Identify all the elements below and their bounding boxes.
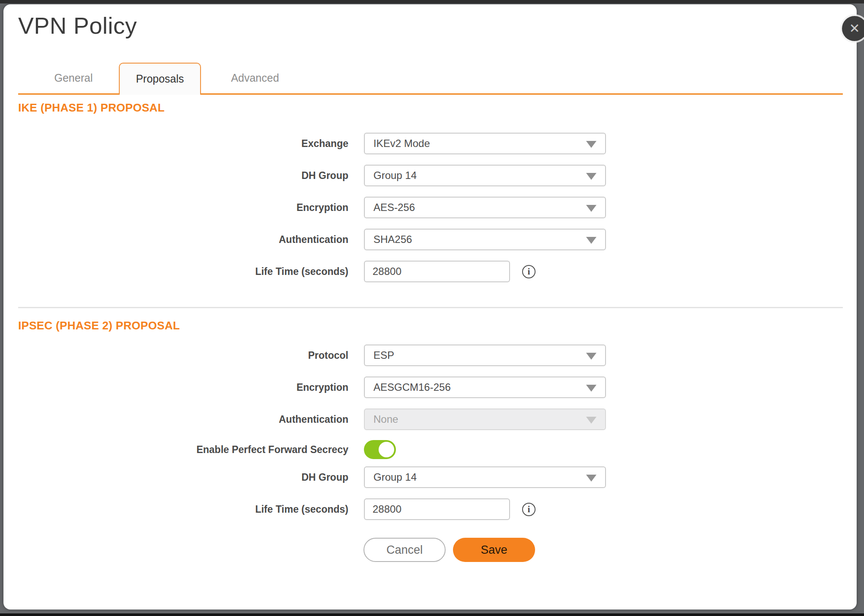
chevron-down-icon — [586, 237, 596, 244]
encryption-select-phase2[interactable]: AESGCM16-256 — [364, 377, 606, 398]
authentication-value: None — [373, 413, 398, 425]
dh-group-label: DH Group — [3, 170, 348, 182]
tab-proposals[interactable]: Proposals — [119, 63, 201, 95]
encryption-label: Encryption — [3, 382, 348, 393]
dh-group-select-phase2[interactable]: Group 14 — [364, 466, 606, 488]
authentication-select-phase2-disabled: None — [364, 409, 606, 430]
dh-group-value: Group 14 — [373, 169, 417, 182]
chevron-down-icon — [586, 353, 596, 360]
life-time-input-phase1[interactable] — [364, 261, 510, 282]
dh-group-select-phase1[interactable]: Group 14 — [364, 165, 606, 186]
authentication-select-phase1[interactable]: SHA256 — [364, 229, 606, 250]
window-frame-bottom — [0, 613, 864, 616]
life-time-label: Life Time (seconds) — [3, 504, 348, 515]
pfs-row: Enable Perfect Forward Secrecy — [3, 440, 857, 459]
pfs-toggle[interactable] — [364, 440, 396, 459]
encryption-row-phase2: Encryption AESGCM16-256 — [3, 377, 857, 398]
chevron-down-icon — [586, 141, 596, 148]
toggle-knob — [379, 442, 394, 457]
pfs-label: Enable Perfect Forward Secrecy — [3, 444, 348, 456]
section-divider — [18, 307, 843, 308]
chevron-down-icon — [586, 475, 596, 482]
life-time-row-phase2: Life Time (seconds) i — [3, 498, 857, 520]
close-button[interactable]: ✕ — [842, 16, 864, 41]
life-time-label: Life Time (seconds) — [3, 266, 348, 278]
exchange-select[interactable]: IKEv2 Mode — [364, 133, 606, 154]
life-time-row-phase1: Life Time (seconds) i — [3, 261, 857, 282]
encryption-row-phase1: Encryption AES-256 — [3, 197, 857, 218]
authentication-row-phase2: Authentication None — [3, 409, 857, 430]
dh-group-row-phase1: DH Group Group 14 — [3, 165, 857, 186]
protocol-label: Protocol — [3, 350, 348, 361]
dh-group-value: Group 14 — [373, 471, 417, 483]
life-time-input-phase2[interactable] — [364, 498, 510, 520]
authentication-row-phase1: Authentication SHA256 — [3, 229, 857, 250]
exchange-value: IKEv2 Mode — [373, 137, 430, 150]
tab-advanced[interactable]: Advanced — [220, 63, 290, 95]
authentication-label: Authentication — [3, 414, 348, 425]
encryption-value: AESGCM16-256 — [373, 381, 451, 393]
protocol-select[interactable]: ESP — [364, 345, 606, 366]
close-icon: ✕ — [849, 22, 860, 35]
chevron-down-icon — [586, 205, 596, 212]
ike-phase1-heading: IKE (PHASE 1) PROPOSAL — [18, 101, 165, 115]
cancel-button[interactable]: Cancel — [363, 538, 446, 562]
protocol-row: Protocol ESP — [3, 345, 857, 366]
vpn-policy-dialog: ✕ VPN Policy General Proposals Advanced … — [3, 4, 857, 610]
info-icon[interactable]: i — [522, 265, 536, 278]
chevron-down-icon — [586, 417, 596, 424]
encryption-label: Encryption — [3, 202, 348, 214]
chevron-down-icon — [586, 173, 596, 180]
window-frame-top — [0, 0, 864, 3]
authentication-value: SHA256 — [373, 233, 412, 246]
tab-general[interactable]: General — [41, 63, 106, 95]
dh-group-row-phase2: DH Group Group 14 — [3, 466, 857, 488]
save-button[interactable]: Save — [453, 538, 535, 562]
exchange-label: Exchange — [3, 138, 348, 150]
encryption-value: AES-256 — [373, 201, 415, 214]
protocol-value: ESP — [373, 349, 394, 361]
chevron-down-icon — [586, 385, 596, 392]
encryption-select-phase1[interactable]: AES-256 — [364, 197, 606, 218]
authentication-label: Authentication — [3, 234, 348, 246]
info-icon[interactable]: i — [522, 503, 536, 516]
dialog-title: VPN Policy — [18, 12, 137, 39]
ipsec-phase2-heading: IPSEC (PHASE 2) PROPOSAL — [18, 319, 180, 332]
dh-group-label: DH Group — [3, 472, 348, 483]
exchange-row: Exchange IKEv2 Mode — [3, 133, 857, 154]
